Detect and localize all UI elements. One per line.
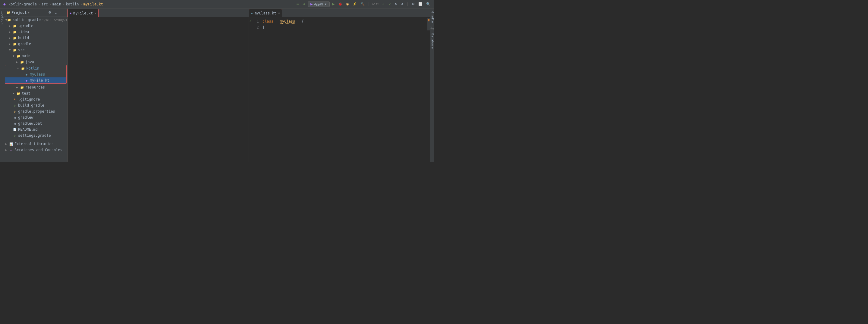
project-panel-dropdown-icon[interactable]: ▼	[28, 11, 30, 14]
tree-item-src[interactable]: ▼ 📁 src	[4, 47, 67, 53]
tree-item-test[interactable]: ▶ 📁 test	[4, 90, 67, 96]
git-label: Git:	[372, 2, 380, 6]
kotlin-folder-icon: 📁	[21, 66, 25, 70]
test-icon: 📁	[16, 91, 21, 95]
gradle-folder-icon: 📁	[13, 42, 17, 46]
debug-button[interactable]: 🐞	[337, 1, 344, 7]
tree-item-gradlew-bat[interactable]: ▤ gradlew.bat	[4, 121, 67, 127]
search-btn[interactable]: 🔍	[425, 1, 432, 7]
project-equalizer-btn[interactable]: ≡	[54, 10, 58, 15]
right-tab-icon: ◈	[251, 11, 253, 15]
tree-item-gradle-props[interactable]: ⚙ gradle.properties	[4, 108, 67, 115]
root-name: kotlin-gradle	[12, 18, 41, 22]
appkt-button[interactable]: ▶ AppKt ▼	[308, 1, 330, 7]
left-editor-pane[interactable]	[67, 17, 249, 162]
tree-item-settings-gradle-label: settings.gradle	[18, 133, 51, 138]
main-icon: 📁	[16, 54, 21, 58]
breadcrumb-file: myFile.kt	[84, 2, 103, 6]
right-tab-myclass[interactable]: ◈ myClass.kt ✕	[249, 9, 282, 17]
expand-btn[interactable]: ⬜	[417, 1, 424, 7]
tree-item-readme-label: README.md	[18, 127, 38, 132]
back-btn[interactable]: ⬅	[295, 1, 300, 7]
right-editor-pane[interactable]: ✓ 1 2 class myClass {	[249, 17, 430, 162]
tree-item-scratches[interactable]: ▶ ✏ Scratches and Consoles	[4, 147, 67, 153]
class-name: myClass	[280, 19, 296, 24]
code-line1: class myClass {	[262, 19, 426, 24]
tree-item-idea-label: .idea	[18, 30, 29, 34]
root-path: ~/All_Study/kotlin-gradle	[42, 18, 67, 22]
close-brace: }	[262, 25, 265, 30]
git-update-btn[interactable]: ↻	[394, 2, 398, 6]
tree-root[interactable]: ▼ 📁 kotlin-gradle ~/All_Study/kotlin-gra…	[4, 17, 67, 23]
tree-item-idea[interactable]: ▶ 📁 .idea	[4, 29, 67, 35]
tree-item-gitignore[interactable]: ⚑ .gitignore	[4, 96, 67, 102]
scratches-icon: ✏	[9, 148, 13, 152]
profile-button[interactable]: ⚡	[351, 1, 358, 7]
tree-item-external-libraries[interactable]: ▶ 📊 External Libraries	[4, 141, 67, 147]
gradlew-bat-icon: ▤	[13, 121, 17, 126]
left-tab-label: myFile.kt	[73, 11, 93, 15]
coverage-button[interactable]: ◉	[345, 1, 350, 7]
tree-item-settings-gradle[interactable]: ⚙ settings.gradle	[4, 132, 67, 138]
git-check1[interactable]: ✓	[381, 1, 386, 7]
run-button[interactable]: ▶	[331, 1, 336, 7]
forward-btn[interactable]: ➡	[301, 1, 307, 7]
editor-content-area: ✓ 1 2 class myClass {	[67, 17, 430, 162]
tree-item-myfile[interactable]: ◆ myFile.kt	[5, 77, 66, 84]
java-icon: 📁	[20, 60, 24, 64]
myclass-icon: ◈	[24, 72, 29, 76]
project-panel: 📁 Project ▼ ⚙ ≡ — ▼ 📁 kotlin-gradle ~/Al…	[4, 8, 67, 162]
project-panel-title: Project	[11, 10, 27, 15]
line-num-1: 1	[257, 19, 259, 24]
tree-item-gradlew[interactable]: ▤ gradlew	[4, 115, 67, 121]
resources-icon: 📁	[20, 85, 24, 90]
tree-item-gradle-props-label: gradle.properties	[18, 109, 55, 114]
title-bar-right: ⬅ ➡ ▶ AppKt ▼ ▶ 🐞 ◉ ⚡ 🔨 | Git: ✓ ✓ ↻ ↺ |…	[295, 1, 432, 7]
project-tab-label[interactable]: Project	[1, 11, 4, 24]
tree-item-resources[interactable]: ▶ 📁 resources	[4, 84, 67, 90]
project-gear-btn[interactable]: ⚙	[47, 10, 53, 15]
open-brace: {	[302, 19, 304, 24]
src-icon: 📁	[13, 48, 17, 52]
tree-item-main[interactable]: ▼ 📁 main	[4, 53, 67, 59]
left-tab-close[interactable]: ✕	[95, 11, 96, 15]
build-icon: 📁	[13, 36, 17, 40]
gradle-dir-icon: 📁	[13, 24, 17, 28]
project-minimize-btn[interactable]: —	[59, 10, 65, 15]
breadcrumb-src: src	[41, 2, 48, 6]
tree-item-gradle-folder[interactable]: ▶ 📁 gradle	[4, 41, 67, 47]
build-gradle-icon: ⚙	[13, 103, 17, 107]
tree-item-build[interactable]: ▶ 📁 build	[4, 35, 67, 41]
left-tab-myfile[interactable]: ◆ myFile.kt ✕	[67, 9, 98, 17]
line-numbers: 1 2	[254, 19, 261, 30]
breadcrumb-project: kotlin-gradle	[8, 2, 37, 6]
tree-item-myclass[interactable]: ◈ myClass	[5, 71, 66, 77]
project-header-actions: ⚙ ≡ —	[47, 10, 65, 15]
git-push-btn[interactable]: ↺	[400, 2, 404, 6]
right-tab-bar: ◈ myClass.kt ✕	[249, 8, 430, 17]
appkt-label: AppKt	[314, 2, 323, 6]
scroll-indicator[interactable]	[427, 19, 430, 30]
build-button[interactable]: 🔨	[359, 1, 366, 7]
tree-item-build-label: build	[18, 36, 29, 40]
editor-check-mark: ✓	[249, 19, 254, 30]
settings-btn[interactable]: ⚙	[410, 1, 416, 7]
kotlin-icon: ◆	[2, 2, 7, 6]
project-panel-title-area: 📁 Project ▼	[7, 10, 30, 15]
title-bar-left: ◆ kotlin-gradle › src › main › kotlin › …	[2, 2, 295, 6]
external-libraries-icon: 📊	[9, 142, 13, 146]
tree-item-gradle-dir[interactable]: ▶ 📁 .gradle	[4, 23, 67, 29]
right-sidebar: Gradle 🐜 Database	[430, 8, 434, 162]
tree-item-build-gradle[interactable]: ⚙ build.gradle	[4, 102, 67, 108]
tree-item-java[interactable]: ▶ 📁 java	[4, 59, 67, 65]
right-tab-close[interactable]: ✕	[278, 11, 280, 15]
breadcrumb: kotlin-gradle › src › main › kotlin › my…	[8, 2, 103, 6]
project-panel-header: 📁 Project ▼ ⚙ ≡ —	[4, 8, 67, 17]
gradle-sidebar-btn[interactable]: Gradle	[430, 10, 434, 25]
main-area: Project 📁 Project ▼ ⚙ ≡ — ▼ 📁 kotlin-gra…	[0, 8, 434, 162]
ant-sidebar-icon[interactable]: 🐜	[430, 25, 434, 32]
tree-item-readme[interactable]: 📄 README.md	[4, 127, 67, 132]
database-sidebar-btn[interactable]: Database	[430, 32, 434, 51]
git-check2[interactable]: ✓	[387, 1, 393, 7]
tree-item-kotlin[interactable]: ▼ 📁 kotlin	[5, 65, 66, 71]
